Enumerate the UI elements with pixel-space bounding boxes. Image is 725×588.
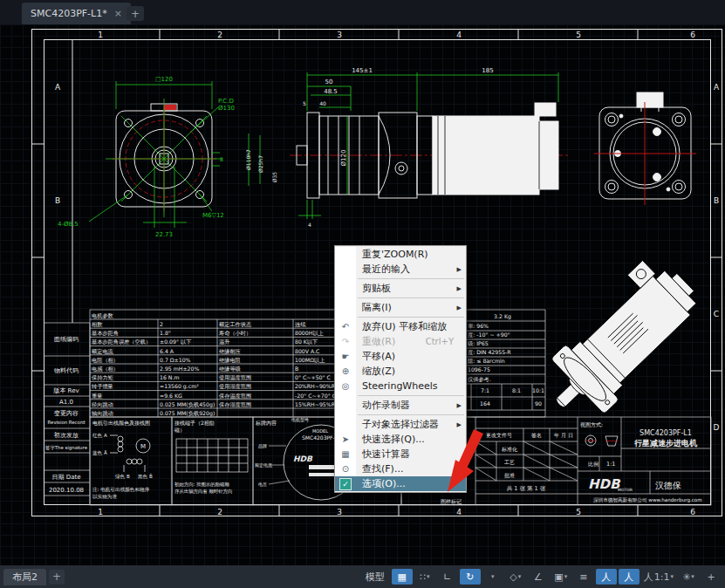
submenu-arrow-icon: ▶ <box>457 402 462 409</box>
svg-text:保存湿度范围: 保存湿度范围 <box>219 401 251 408</box>
svg-text:图样标记: 图样标记 <box>441 498 462 505</box>
svg-text:±0.09° 以下: ±0.09° 以下 <box>160 338 191 345</box>
caret-down-icon: ▾ <box>427 573 430 580</box>
svg-text:批准: 批准 <box>504 472 515 479</box>
svg-text:变更内容: 变更内容 <box>53 410 79 417</box>
terminal-cell: 接线端子（2相励 磁） 初始方向: 按图示的励磁顺 序从出轴方向看 顺时针方向 <box>172 417 253 505</box>
document-tab[interactable]: SMC4203PF-L1* × <box>22 3 131 24</box>
blank-icon <box>335 398 356 413</box>
calculator-icon: ▦ <box>335 447 356 462</box>
isodraft-button[interactable]: ◇▾ <box>505 569 526 585</box>
annotation-visibility-button[interactable]: 人 <box>596 569 617 585</box>
find-icon: ⊙ <box>335 462 356 476</box>
svg-text:≈9.6 KG: ≈9.6 KG <box>160 393 182 399</box>
svg-text:8000H以上: 8000H以上 <box>295 330 325 336</box>
snap-toggle-button[interactable]: ∷▾ <box>414 569 435 585</box>
status-bar-plus-button[interactable]: + <box>701 569 722 585</box>
layout-tab[interactable]: 布局2 <box>3 569 46 585</box>
svg-text:3: 3 <box>337 508 342 516</box>
svg-text:M: M <box>140 443 146 450</box>
svg-text:绿色 B: 绿色 B <box>115 474 130 479</box>
menu-item-undo[interactable]: ↶放弃(U) 平移和缩放 <box>335 319 466 334</box>
object-snap-button[interactable]: ▣▾ <box>551 569 571 585</box>
new-layout-button[interactable]: + <box>49 570 65 585</box>
annotation-autoscale-button[interactable]: 人 <box>619 569 640 585</box>
polar-tracking-button[interactable]: ↻ <box>460 569 481 585</box>
menu-item-isolate[interactable]: 隔离(I)▶ <box>335 300 466 315</box>
svg-text:磁）: 磁） <box>174 427 185 434</box>
svg-text:使用温度范围: 使用温度范围 <box>219 374 251 381</box>
svg-text:C: C <box>714 310 719 318</box>
autocad-window: { "window":{"tab":"SMC4203PF-L1*","close… <box>0 0 725 588</box>
svg-text:标准化: 标准化 <box>501 446 517 453</box>
svg-text:B: B <box>55 196 60 205</box>
menu-item-clipboard[interactable]: 剪贴板▶ <box>335 281 466 296</box>
osnap-icon: ▣ <box>554 571 563 583</box>
blank-icon <box>335 247 356 262</box>
svg-text:6: 6 <box>690 508 695 516</box>
svg-text:径向跳动: 径向跳动 <box>92 401 113 408</box>
svg-text:仅供参考.: 仅供参考. <box>468 376 491 383</box>
caret-down-icon: ▾ <box>518 573 522 580</box>
svg-text:额定电流: 额定电流 <box>92 348 114 355</box>
svg-text:汉德保: 汉德保 <box>655 481 681 490</box>
svg-text:3: 3 <box>337 31 342 39</box>
lineweight-icon: ≡ <box>579 571 587 583</box>
grid-toggle-button[interactable]: ▦ <box>392 569 413 585</box>
annotation-scale-button[interactable]: 人1:1▾ <box>641 569 676 585</box>
ortho-toggle-button[interactable]: ∟ <box>437 569 458 585</box>
svg-text:2020.10.08: 2020.10.08 <box>49 487 84 494</box>
undo-icon: ↶ <box>335 319 356 334</box>
file-tab-bar: SMC4203PF-L1* × + <box>0 0 725 24</box>
svg-text:蓝色 Ā: 蓝色 Ā <box>92 449 107 455</box>
annotation-scale-icon: 人 <box>644 571 653 584</box>
svg-text:电阻（相）: 电阻（相） <box>92 357 119 364</box>
svg-text:40: 40 <box>319 100 326 106</box>
svg-text:黑色 B̄: 黑色 B̄ <box>138 473 153 479</box>
menu-item-repeat-zoom[interactable]: 重复'ZOOM(R) <box>335 247 466 262</box>
customization-gear-button[interactable]: ✳▾ <box>678 569 699 585</box>
plus-icon: + <box>707 571 715 583</box>
submenu-arrow-icon: ▶ <box>457 304 462 311</box>
menu-item-pan[interactable]: ☛平移(A) <box>335 349 466 364</box>
svg-text:50: 50 <box>325 79 333 85</box>
submenu-arrow-icon: ▶ <box>457 266 462 273</box>
isodraft-icon: ◇ <box>510 571 516 583</box>
svg-text:48.5: 48.5 <box>324 88 338 95</box>
menu-item-zoom[interactable]: ⊕缩放(Z) <box>335 364 466 379</box>
svg-text:164: 164 <box>480 400 490 407</box>
redo-icon: ↷ <box>335 334 356 349</box>
blank-icon <box>335 417 356 432</box>
svg-text:2.95 mH±20%: 2.95 mH±20% <box>160 366 199 372</box>
svg-text:标牌内容: 标牌内容 <box>255 420 277 427</box>
svg-text:保存温度范围: 保存温度范围 <box>219 393 251 400</box>
new-tab-button[interactable]: + <box>127 6 144 21</box>
tab-close-icon[interactable]: × <box>114 8 122 19</box>
svg-text:基本步距角: 基本步距角 <box>91 330 119 337</box>
svg-text:1.8°: 1.8° <box>160 330 171 336</box>
svg-text:MOTOR: MOTOR <box>618 488 633 492</box>
wiring-cell: 电机引出线颜色及接线图 M 红色 A 蓝色 Ā 绿色 B 黑色 B̄ 注: 电机… <box>90 417 172 505</box>
menu-item-action-recorder[interactable]: 动作录制器▶ <box>335 398 466 413</box>
svg-text:0.7 Ω±10%: 0.7 Ω±10% <box>160 357 191 363</box>
lineweight-button[interactable]: ≡ <box>573 569 594 585</box>
model-space-button[interactable]: 模型 <box>360 569 390 585</box>
svg-text:物料代码: 物料代码 <box>54 367 79 374</box>
svg-text:16 N.m: 16 N.m <box>160 374 179 380</box>
object-snap-tracking-button[interactable]: ∠ <box>528 569 549 585</box>
blank-icon <box>335 262 356 277</box>
menu-item-steeringwheels[interactable]: ◎SteeringWheels <box>335 379 466 393</box>
svg-text:轴向跳动: 轴向跳动 <box>92 410 113 417</box>
menu-item-recent-input[interactable]: 最近的输入▶ <box>335 262 466 277</box>
polar-caret-button[interactable]: ▾ <box>482 569 503 585</box>
svg-text:A1.0: A1.0 <box>59 399 73 406</box>
menu-item-redo: ↷重做(R)Ctrl+Y <box>335 334 466 349</box>
svg-text:共 1 张 第 1 张: 共 1 张 第 1 张 <box>507 485 546 492</box>
revision-sidebar: 图纸编码 物料代码 版本 Rev A1.0 变更内容 Revision Reco… <box>44 323 90 505</box>
caret-down-icon: ▾ <box>670 573 674 580</box>
svg-text:80 K以下: 80 K以下 <box>295 338 318 345</box>
svg-text:Ø35: Ø35 <box>271 172 277 183</box>
svg-text:相数: 相数 <box>92 321 102 328</box>
ortho-icon: ∟ <box>443 571 451 583</box>
svg-text:2: 2 <box>217 508 222 516</box>
